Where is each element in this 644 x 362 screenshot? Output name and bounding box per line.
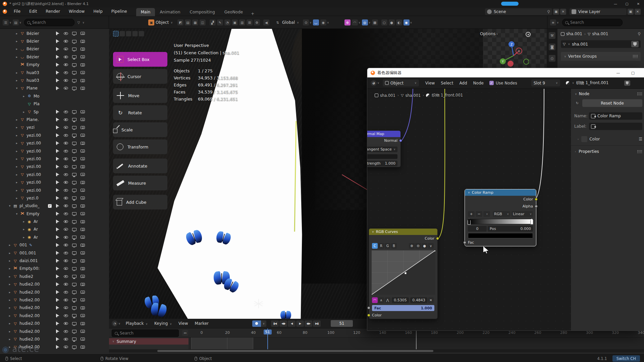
curve-zoom-out-icon[interactable]: ⊖ [415, 243, 421, 249]
expand-arrow-icon[interactable]: ▾ [14, 86, 19, 90]
viewport-visibility-icon[interactable] [72, 251, 76, 254]
viewport-visibility-icon[interactable] [72, 314, 76, 317]
outliner-item-name[interactable]: hudie2.00 [19, 290, 40, 295]
outliner-item-name[interactable]: hudie2.00 [19, 321, 40, 326]
summary-channel[interactable]: ∨ Summary [109, 338, 189, 345]
curve-point-x-field[interactable]: 0.5305 [392, 297, 409, 303]
rgb-curves-header[interactable]: ∨ RGB Curves [369, 229, 437, 235]
shader-minimize-button[interactable]: — [611, 68, 625, 77]
render-visibility-icon[interactable] [80, 338, 85, 341]
outliner-item-name[interactable]: Mo [34, 94, 40, 99]
curve-point-y-field[interactable]: 0.4843 [410, 297, 427, 303]
navigation-gizmo[interactable]: Z Y X [498, 40, 529, 71]
viewport-back-icon[interactable]: ◀ [263, 19, 269, 25]
expand-arrow-icon[interactable]: ▸ [14, 149, 19, 153]
eye-visibility-icon[interactable] [64, 204, 68, 207]
outliner-item-name[interactable]: Ar [34, 219, 38, 224]
viewport-visibility-icon[interactable] [72, 63, 76, 66]
outliner-row[interactable]: ▸◉Ar [0, 218, 109, 225]
workspace-tab-main[interactable]: Main [136, 8, 155, 16]
render-visibility-icon[interactable] [80, 87, 85, 90]
selectable-icon[interactable] [56, 188, 59, 192]
selectable-icon[interactable] [56, 314, 59, 318]
outliner-row[interactable]: ▸▽yezi.00 [0, 139, 109, 147]
eye-visibility-icon[interactable] [64, 259, 68, 262]
viewport-visibility-icon[interactable] [72, 181, 76, 184]
new-scene-button[interactable]: ▣ [553, 9, 559, 15]
pin-icon[interactable]: ⚲ [547, 9, 550, 14]
eye-visibility-icon[interactable] [64, 118, 68, 121]
scene-selector[interactable]: Scene ⚲ [485, 8, 552, 15]
expand-arrow-icon[interactable]: ▸ [14, 71, 19, 74]
selectable-icon[interactable] [56, 63, 59, 67]
render-visibility-icon[interactable] [80, 134, 85, 137]
render-visibility-icon[interactable] [80, 110, 85, 113]
gizmo-toggle-icon[interactable]: ⊕ [344, 19, 351, 25]
interpolation-dropdown[interactable]: Linear∨ [512, 211, 533, 217]
menu-window[interactable]: Window [64, 7, 89, 16]
render-visibility-icon[interactable] [80, 157, 85, 160]
outliner-item-name[interactable]: Bézier [26, 39, 39, 44]
eye-visibility-icon[interactable] [64, 181, 68, 184]
outliner-row[interactable]: ▸▽hudie2.00 [0, 312, 109, 319]
expand-arrow-icon[interactable]: ▸ [14, 126, 19, 129]
reset-node-button[interactable]: Reset Node [582, 99, 642, 107]
viewport-visibility-icon[interactable] [72, 110, 76, 113]
select-mode-paint[interactable] [139, 31, 144, 37]
tab-tool-icon[interactable]: ⚒ [549, 32, 555, 39]
selectable-icon[interactable] [56, 251, 59, 255]
eye-visibility-icon[interactable] [64, 40, 68, 43]
outliner-item-name[interactable]: Bézier [26, 55, 39, 59]
mesh-data-field[interactable]: ▽∨ sha.001 [561, 40, 641, 48]
outliner-row[interactable]: ▸▽yezi.00 [0, 155, 109, 163]
shader-menu-view[interactable]: View [422, 81, 438, 85]
rgb-curves-fac[interactable]: Fac1.000 [369, 304, 437, 312]
selectable-icon[interactable] [56, 141, 59, 145]
selectable-icon[interactable] [56, 180, 59, 184]
play-reverse-button[interactable]: ◀ [288, 320, 296, 327]
outliner-item-name[interactable]: hudie2.00 [19, 282, 40, 287]
selectable-icon[interactable] [56, 337, 59, 341]
expand-arrow-icon[interactable]: ▸ [14, 196, 19, 200]
viewport-visibility-icon[interactable] [72, 306, 76, 309]
outliner-item-name[interactable]: yezi.00 [26, 149, 41, 154]
render-visibility-icon[interactable] [80, 40, 85, 43]
eye-visibility-icon[interactable] [64, 236, 68, 239]
selectable-icon[interactable] [56, 125, 59, 129]
eye-visibility-icon[interactable] [64, 299, 68, 301]
render-visibility-icon[interactable] [80, 267, 85, 270]
workspace-tab-compositing[interactable]: Compositing [185, 8, 220, 16]
normal-map-space-dropdown[interactable]: Tangent Space∨ [367, 146, 400, 153]
menu-playback[interactable]: Playback ∨ [123, 321, 150, 326]
maximize-button[interactable]: ▢ [621, 0, 633, 7]
handle-auto-icon[interactable]: ◠ [372, 297, 378, 303]
outliner-row[interactable]: ▾Empty [0, 210, 109, 218]
outliner-row[interactable]: ▸▽hua03 [0, 69, 109, 76]
outliner-item-name[interactable]: Empty [26, 62, 40, 67]
expand-arrow-icon[interactable]: ▸ [14, 134, 19, 137]
curve-widget[interactable] [372, 250, 435, 296]
outliner-row[interactable]: ▸◡Bézier [0, 45, 109, 53]
viewport-visibility-icon[interactable] [72, 298, 76, 301]
shading-material-icon[interactable]: ◐ [396, 19, 402, 25]
select-mode-box[interactable] [119, 31, 125, 37]
render-visibility-icon[interactable] [80, 63, 85, 66]
outliner-row[interactable]: ▸◉Ar [0, 226, 109, 233]
viewport-icon-4[interactable]: ◫ [200, 19, 206, 25]
tool-rotate[interactable]: ↻Rotate [113, 105, 167, 120]
render-visibility-icon[interactable] [80, 346, 85, 349]
outliner-row[interactable]: ▸▽Sp [0, 108, 109, 116]
expand-arrow-icon[interactable]: ▸ [14, 40, 19, 43]
selectable-icon[interactable] [56, 86, 59, 90]
normal-map-header[interactable]: Normal Map [367, 131, 400, 137]
render-visibility-icon[interactable] [80, 48, 85, 51]
outliner-item-name[interactable]: yezi.0 [26, 196, 39, 200]
eye-visibility-icon[interactable] [64, 275, 68, 278]
expand-arrow-icon[interactable]: ▸ [7, 259, 12, 262]
node-normal-map[interactable]: Normal Map Normal Tangent Space∨ Strengt… [367, 130, 401, 167]
panel-grip[interactable] [637, 92, 642, 96]
channel-r-button[interactable]: R [378, 243, 384, 249]
shading-solid-icon[interactable]: ● [389, 19, 395, 25]
render-visibility-icon[interactable] [80, 259, 85, 262]
eye-visibility-icon[interactable] [64, 252, 68, 254]
